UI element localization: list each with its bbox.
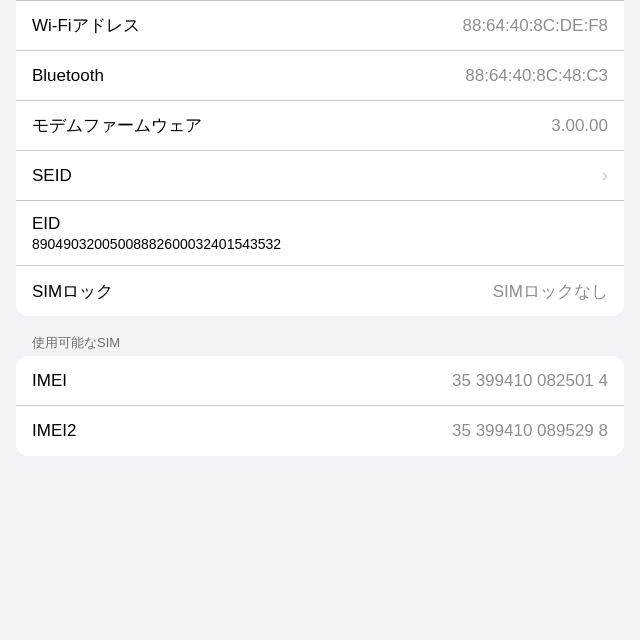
bluetooth-row: Bluetooth 88:64:40:8C:48:C3 [16, 51, 624, 101]
eid-value: 89049032005008882600032401543532 [32, 236, 281, 252]
modem-label: モデムファームウェア [32, 114, 202, 137]
imei2-row: IMEI2 35 399410 089529 8 [16, 406, 624, 456]
imei-section: IMEI 35 399410 082501 4 IMEI2 35 399410 … [16, 356, 624, 456]
modem-row: モデムファームウェア 3.00.00 [16, 101, 624, 151]
available-sim-label: 使用可能なSIM [0, 326, 640, 356]
imei-row: IMEI 35 399410 082501 4 [16, 356, 624, 406]
seid-label: SEID [32, 166, 72, 186]
simlock-label: SIMロック [32, 280, 113, 303]
bluetooth-label: Bluetooth [32, 66, 104, 86]
wifi-row: Wi-Fiアドレス 88:64:40:8C:DE:F8 [16, 0, 624, 51]
bluetooth-value: 88:64:40:8C:48:C3 [465, 66, 608, 86]
modem-value: 3.00.00 [551, 116, 608, 136]
imei-value: 35 399410 082501 4 [452, 371, 608, 391]
simlock-row: SIMロック SIMロックなし [16, 266, 624, 316]
eid-label: EID [32, 214, 60, 234]
top-section: Wi-Fiアドレス 88:64:40:8C:DE:F8 Bluetooth 88… [16, 0, 624, 316]
chevron-right-icon: › [602, 165, 608, 186]
imei2-label: IMEI2 [32, 421, 76, 441]
simlock-value: SIMロックなし [493, 280, 608, 303]
seid-row[interactable]: SEID › [16, 151, 624, 201]
imei2-value: 35 399410 089529 8 [452, 421, 608, 441]
imei-label: IMEI [32, 371, 67, 391]
eid-row: EID 89049032005008882600032401543532 [16, 201, 624, 266]
wifi-value: 88:64:40:8C:DE:F8 [462, 16, 608, 36]
wifi-label: Wi-Fiアドレス [32, 14, 140, 37]
